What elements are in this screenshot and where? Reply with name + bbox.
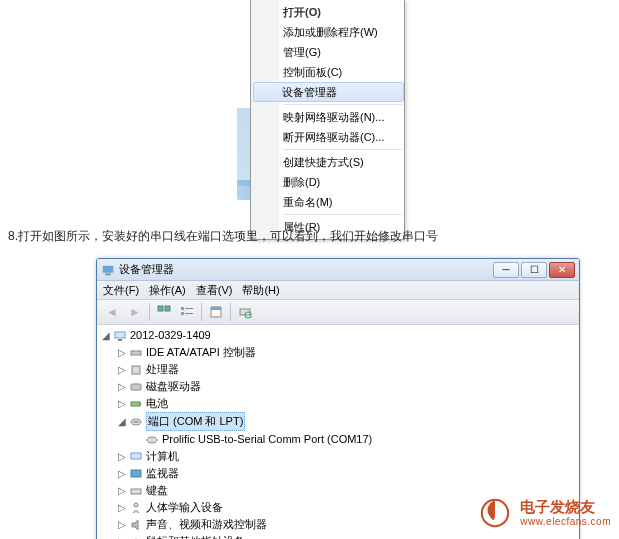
tree-node-battery[interactable]: ▷电池 (101, 395, 579, 412)
maximize-button[interactable]: ☐ (521, 262, 547, 278)
menu-item-add-remove[interactable]: 添加或删除程序(W) (255, 22, 404, 42)
keyboard-icon (129, 484, 143, 498)
window-title: 设备管理器 (119, 262, 491, 277)
svg-rect-4 (181, 307, 184, 310)
svg-point-20 (133, 421, 135, 423)
watermark-en: www.elecfans.com (520, 516, 611, 527)
tree-node-mouse[interactable]: ▷鼠标和其他指针设备 (101, 533, 579, 539)
collapse-icon[interactable]: ◢ (101, 327, 111, 344)
tree-label: 监视器 (146, 465, 179, 482)
tree-node-monitor[interactable]: ▷监视器 (101, 465, 579, 482)
watermark-zh: 电子发烧友 (520, 499, 611, 516)
toolbar-sep (149, 303, 150, 321)
view-button[interactable] (153, 302, 175, 322)
menu-file[interactable]: 文件(F) (103, 283, 139, 298)
minimize-button[interactable]: ─ (493, 262, 519, 278)
menu-label: 打开(O) (283, 6, 321, 18)
battery-icon (129, 397, 143, 411)
scan-button[interactable] (234, 302, 256, 322)
tree-label: 电池 (146, 395, 168, 412)
menu-view[interactable]: 查看(V) (196, 283, 233, 298)
menu-separator (283, 214, 402, 215)
expand-icon[interactable]: ▷ (117, 448, 127, 465)
tree-label: 计算机 (146, 448, 179, 465)
tree-node-disk[interactable]: ▷磁盘驱动器 (101, 378, 579, 395)
svg-point-21 (135, 421, 137, 423)
expand-icon[interactable]: ▷ (117, 344, 127, 361)
tree-label: 人体学输入设备 (146, 499, 223, 516)
menu-separator (283, 149, 402, 150)
svg-rect-7 (185, 313, 193, 314)
svg-rect-16 (131, 384, 141, 390)
svg-rect-9 (211, 307, 221, 310)
menu-action[interactable]: 操作(A) (149, 283, 186, 298)
collapse-icon[interactable]: ◢ (117, 413, 127, 430)
tree-label: 声音、视频和游戏控制器 (146, 516, 267, 533)
menu-separator (283, 104, 402, 105)
tree-node-computer[interactable]: ▷计算机 (101, 448, 579, 465)
svg-rect-26 (131, 489, 141, 494)
watermark: 电子发烧友 www.elecfans.com (476, 497, 611, 529)
sound-icon (129, 518, 143, 532)
close-button[interactable]: ✕ (549, 262, 575, 278)
svg-point-22 (137, 421, 139, 423)
svg-rect-24 (131, 453, 141, 459)
svg-rect-18 (140, 403, 141, 405)
hid-icon (129, 501, 143, 515)
serial-icon (145, 433, 159, 447)
svg-rect-5 (185, 308, 193, 309)
tree-label: 键盘 (146, 482, 168, 499)
expand-icon[interactable]: ▷ (117, 516, 127, 533)
elecfans-logo-icon (476, 497, 514, 529)
svg-rect-25 (131, 470, 141, 477)
computer-icon (113, 329, 127, 343)
tree-node-ports[interactable]: ◢端口 (COM 和 LPT) (101, 412, 579, 431)
menu-item-open[interactable]: 打开(O) (255, 2, 404, 22)
svg-rect-14 (131, 351, 141, 355)
monitor-icon (129, 467, 143, 481)
menu-help[interactable]: 帮助(H) (242, 283, 279, 298)
tree-label: 端口 (COM 和 LPT) (146, 412, 245, 431)
tree-root[interactable]: ◢ 2012-0329-1409 (101, 327, 579, 344)
tree-node-ide[interactable]: ▷IDE ATA/ATAPI 控制器 (101, 344, 579, 361)
computer-icon (129, 450, 143, 464)
svg-rect-17 (131, 402, 140, 406)
menu-item-manage[interactable]: 管理(G) (255, 42, 404, 62)
menu-item-shortcut[interactable]: 创建快捷方式(S) (255, 152, 404, 172)
fwd-button[interactable]: ► (124, 302, 146, 322)
svg-rect-12 (115, 332, 125, 338)
menubar: 文件(F) 操作(A) 查看(V) 帮助(H) (97, 281, 579, 300)
menu-item-device-manager[interactable]: 设备管理器 (253, 82, 404, 102)
back-button[interactable]: ◄ (101, 302, 123, 322)
expand-icon[interactable]: ▷ (117, 482, 127, 499)
menu-item-disconnect[interactable]: 断开网络驱动器(C)... (255, 127, 404, 147)
expand-icon[interactable]: ▷ (117, 395, 127, 412)
expand-icon[interactable]: ▷ (117, 533, 127, 539)
port-icon (129, 415, 143, 429)
tree-label: Prolific USB-to-Serial Comm Port (COM17) (162, 431, 372, 448)
tree-node-cpu[interactable]: ▷处理器 (101, 361, 579, 378)
menu-item-map-network[interactable]: 映射网络驱动器(N)... (255, 107, 404, 127)
svg-rect-1 (105, 273, 110, 275)
tree-node-port-item[interactable]: Prolific USB-to-Serial Comm Port (COM17) (101, 431, 579, 448)
instruction-text: 8.打开如图所示，安装好的串口线在端口选项里，可以看到，我们开始修改串口号 (8, 228, 438, 245)
menu-item-delete[interactable]: 删除(D) (255, 172, 404, 192)
mouse-icon (129, 535, 143, 540)
ide-icon (129, 346, 143, 360)
window-icon (101, 263, 115, 277)
detail-button[interactable] (176, 302, 198, 322)
expand-icon[interactable]: ▷ (117, 361, 127, 378)
svg-rect-15 (132, 366, 140, 374)
menu-item-control-panel[interactable]: 控制面板(C) (255, 62, 404, 82)
tree-label: 鼠标和其他指针设备 (146, 533, 245, 539)
props-button[interactable] (205, 302, 227, 322)
tree-label: 磁盘驱动器 (146, 378, 201, 395)
toolbar: ◄ ► (97, 300, 579, 325)
expand-icon[interactable]: ▷ (117, 465, 127, 482)
menu-item-rename[interactable]: 重命名(M) (255, 192, 404, 212)
svg-rect-0 (103, 265, 114, 272)
expand-icon[interactable]: ▷ (117, 499, 127, 516)
svg-point-33 (497, 506, 501, 510)
svg-rect-6 (181, 312, 184, 315)
expand-icon[interactable]: ▷ (117, 378, 127, 395)
